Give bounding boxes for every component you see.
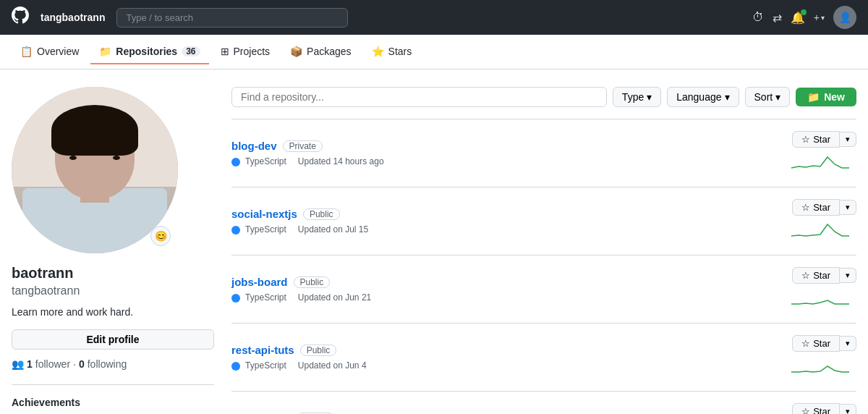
repo-visibility-badge: Private xyxy=(283,140,323,152)
star-icon: ☆ xyxy=(801,270,810,281)
tab-overview[interactable]: 📋 Overview xyxy=(12,40,88,64)
star-label: Star xyxy=(813,134,830,145)
repo-language: TypeScript xyxy=(231,292,286,303)
star-label: Star xyxy=(813,338,830,349)
star-button-group: ☆ Star ▾ xyxy=(792,335,856,352)
follow-info: 👥 1 follower · 0 following xyxy=(12,358,214,370)
star-label: Star xyxy=(813,406,830,414)
github-logo-icon[interactable] xyxy=(12,7,29,28)
repo-actions: ☆ Star ▾ xyxy=(784,335,856,379)
tab-stars-label: Stars xyxy=(388,46,412,57)
sort-dropdown-button[interactable]: Sort ▾ xyxy=(745,87,791,107)
repo-name-link[interactable]: rest-api-tuts xyxy=(231,344,294,356)
language-label: Language xyxy=(676,91,721,103)
repo-name-row: rest-api-tuts Public xyxy=(231,344,784,356)
profile-bio: Learn more and work hard. xyxy=(12,306,214,318)
site-header: tangbaotrann ⏱ ⇄ 🔔 + ▾ 👤 xyxy=(0,0,868,35)
repo-actions: ☆ Star ▾ xyxy=(784,267,856,311)
notification-icon[interactable]: 🔔 xyxy=(791,11,805,25)
tab-packages-label: Packages xyxy=(307,46,351,57)
search-input[interactable] xyxy=(116,8,348,28)
repo-updated: Updated on Jun 4 xyxy=(298,360,367,371)
repo-visibility-badge: Public xyxy=(303,208,340,220)
star-button[interactable]: ☆ Star xyxy=(792,335,840,352)
chevron-down-icon: ▾ xyxy=(647,91,652,103)
repo-name-link[interactable]: blog-dev xyxy=(231,140,277,152)
star-icon: ☆ xyxy=(801,406,810,414)
pull-request-icon[interactable]: ⇄ xyxy=(773,11,782,25)
following-count[interactable]: 0 xyxy=(79,358,85,370)
edit-profile-button[interactable]: Edit profile xyxy=(12,329,214,350)
repo-meta: TypeScript Updated 14 hours ago xyxy=(231,156,784,166)
repo-item: rest-api-tuts Public TypeScript Updated … xyxy=(231,323,856,391)
repo-name-link[interactable]: jobs-board xyxy=(231,276,288,288)
timer-icon[interactable]: ⏱ xyxy=(752,11,764,24)
chevron-down-icon: ▾ xyxy=(846,339,850,347)
repo-search-input[interactable] xyxy=(231,87,607,107)
achievements-title: Achievements xyxy=(12,397,214,408)
avatar[interactable]: 👤 xyxy=(833,6,856,29)
sort-label: Sort xyxy=(754,91,773,103)
lang-color-dot xyxy=(231,226,240,235)
tab-packages[interactable]: 📦 Packages xyxy=(281,40,359,64)
star-button[interactable]: ☆ Star xyxy=(792,199,840,216)
chevron-down-icon: ▾ xyxy=(846,203,850,211)
star-dropdown-button[interactable]: ▾ xyxy=(840,200,856,215)
type-dropdown-button[interactable]: Type ▾ xyxy=(613,87,661,107)
star-button-group: ☆ Star ▾ xyxy=(792,403,856,414)
follower-count[interactable]: 1 xyxy=(27,358,33,370)
language-dropdown-button[interactable]: Language ▾ xyxy=(667,87,739,107)
star-dropdown-button[interactable]: ▾ xyxy=(840,132,856,147)
repo-item: social-nextjs Public TypeScript Updated … xyxy=(231,187,856,255)
repo-item: jobs-board Public TypeScript Updated on … xyxy=(231,255,856,323)
tab-stars[interactable]: ⭐ Stars xyxy=(363,40,421,64)
lang-color-dot xyxy=(231,158,240,166)
repo-meta: TypeScript Updated on Jun 4 xyxy=(231,360,784,371)
star-button-group: ☆ Star ▾ xyxy=(792,267,856,284)
sparkline-svg xyxy=(784,153,856,174)
star-dropdown-button[interactable]: ▾ xyxy=(840,404,856,414)
activity-sparkline xyxy=(784,221,856,243)
packages-icon: 📦 xyxy=(290,46,302,57)
repo-language: TypeScript xyxy=(231,360,286,371)
repo-info: blog-dev Private TypeScript Updated 14 h… xyxy=(231,140,784,166)
tab-repositories[interactable]: 📁 Repositories 36 xyxy=(90,40,208,64)
sparkline-svg xyxy=(784,290,856,310)
lang-color-dot xyxy=(231,294,240,303)
repo-updated: Updated on Jul 15 xyxy=(298,224,368,235)
achievements-section: Achievements 🌟 🦊 🐙 xyxy=(12,384,214,414)
new-repo-button[interactable]: 📁 New xyxy=(796,88,856,106)
profile-avatar-container: 😊 xyxy=(12,87,178,253)
emoji-button[interactable]: 😊 xyxy=(150,226,171,246)
activity-sparkline xyxy=(784,153,856,175)
sidebar: 😊 baotrann tangbaotrann Learn more and w… xyxy=(12,87,214,414)
tab-projects-label: Projects xyxy=(234,46,271,57)
tab-projects[interactable]: ⊞ Projects xyxy=(212,40,279,64)
stars-icon: ⭐ xyxy=(372,46,384,57)
header-username[interactable]: tangbaotrann xyxy=(41,12,105,23)
sparkline-svg xyxy=(784,221,856,242)
follower-label: follower xyxy=(35,358,70,370)
star-button[interactable]: ☆ Star xyxy=(792,267,840,284)
star-dropdown-button[interactable]: ▾ xyxy=(840,268,856,283)
repo-actions: ☆ Star ▾ xyxy=(784,199,856,243)
repo-toolbar: Type ▾ Language ▾ Sort ▾ 📁 New xyxy=(231,87,856,107)
star-icon: ☆ xyxy=(801,134,810,145)
sparkline-svg xyxy=(784,358,856,378)
star-button-group: ☆ Star ▾ xyxy=(792,131,856,148)
star-icon: ☆ xyxy=(801,338,810,349)
repo-updated: Updated on Jun 21 xyxy=(298,292,371,303)
repo-name-row: blog-dev Private xyxy=(231,140,784,152)
new-label: New xyxy=(824,91,845,103)
repo-actions: ☆ Star ▾ xyxy=(784,403,856,414)
star-button[interactable]: ☆ Star xyxy=(792,131,840,148)
star-button[interactable]: ☆ Star xyxy=(792,403,840,414)
person-icon: 👥 xyxy=(12,358,24,370)
star-dropdown-button[interactable]: ▾ xyxy=(840,336,856,351)
profile-name: baotrann xyxy=(12,265,214,282)
star-label: Star xyxy=(813,202,830,213)
repo-name-link[interactable]: social-nextjs xyxy=(231,208,297,220)
repo-info: rest-api-tuts Public TypeScript Updated … xyxy=(231,344,784,371)
plus-button[interactable]: + ▾ xyxy=(814,12,825,23)
search-bar xyxy=(116,8,348,28)
